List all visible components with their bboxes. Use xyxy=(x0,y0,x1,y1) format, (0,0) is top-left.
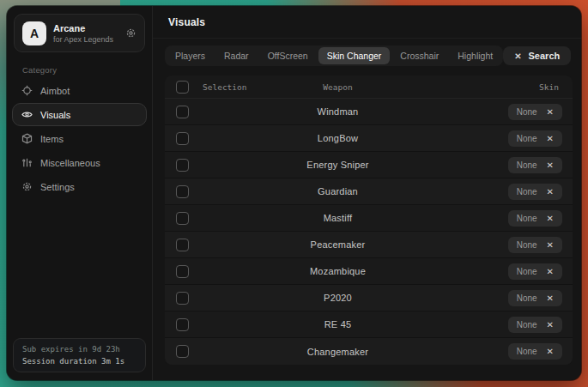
skin-value: None xyxy=(517,347,537,356)
search-button[interactable]: ✕ Search xyxy=(503,46,571,65)
weapon-name: Peacemaker xyxy=(311,239,366,250)
clear-skin-icon[interactable]: ✕ xyxy=(547,214,554,223)
skin-value: None xyxy=(517,320,537,330)
clear-skin-icon[interactable]: ✕ xyxy=(547,134,554,143)
skin-select-chip[interactable]: None ✕ xyxy=(508,290,562,306)
clear-skin-icon[interactable]: ✕ xyxy=(547,187,554,197)
weapon-name: Mozambique xyxy=(310,266,366,276)
desktop-background: A Arcane for Apex Legends Category Aimbo… xyxy=(0,0,588,387)
main-panel: Visuals PlayersRadarOffScreenSkin Change… xyxy=(153,6,581,380)
row-checkbox[interactable] xyxy=(176,159,189,172)
sliders-icon xyxy=(21,157,33,168)
select-all-checkbox[interactable] xyxy=(176,81,189,94)
table-row: Peacemaker None ✕ xyxy=(165,232,573,258)
clear-skin-icon[interactable]: ✕ xyxy=(547,293,554,303)
row-checkbox[interactable] xyxy=(176,106,189,118)
page-title: Visuals xyxy=(168,16,205,28)
gear-icon xyxy=(21,181,33,192)
skin-value: None xyxy=(517,107,537,117)
clear-skin-icon[interactable]: ✕ xyxy=(547,347,554,356)
weapon-name: Windman xyxy=(318,106,359,117)
skin-value: None xyxy=(517,187,537,197)
skin-value: None xyxy=(517,293,537,303)
clear-skin-icon[interactable]: ✕ xyxy=(547,267,554,276)
skin-select-chip[interactable]: None ✕ xyxy=(508,263,562,280)
weapon-name: RE 45 xyxy=(324,319,352,330)
column-header-selection: Selection xyxy=(203,82,246,92)
weapon-name: P2020 xyxy=(324,293,352,303)
row-checkbox[interactable] xyxy=(176,132,189,145)
app-window: A Arcane for Apex Legends Category Aimbo… xyxy=(7,6,581,380)
row-checkbox[interactable] xyxy=(176,265,189,278)
clear-skin-icon[interactable]: ✕ xyxy=(547,240,554,250)
app-header-card: A Arcane for Apex Legends xyxy=(14,14,145,52)
table-row: Windman None ✕ xyxy=(165,99,573,125)
skin-value: None xyxy=(517,240,537,250)
tab-players[interactable]: Players xyxy=(167,47,214,64)
skin-value: None xyxy=(517,160,537,170)
row-checkbox[interactable] xyxy=(176,212,189,225)
skin-select-chip[interactable]: None ✕ xyxy=(508,130,562,147)
weapon-name: Guardian xyxy=(318,186,358,197)
clear-skin-icon[interactable]: ✕ xyxy=(547,107,554,117)
skin-select-chip[interactable]: None ✕ xyxy=(508,157,562,173)
eye-icon xyxy=(21,109,33,120)
row-checkbox[interactable] xyxy=(176,239,189,251)
skin-select-chip[interactable]: None ✕ xyxy=(508,184,562,200)
tab-offscreen[interactable]: OffScreen xyxy=(259,47,317,64)
tab-highlight[interactable]: Highlight xyxy=(449,47,501,64)
gear-icon[interactable] xyxy=(125,27,136,39)
row-checkbox[interactable] xyxy=(176,345,189,358)
sidebar-item-items[interactable]: Items xyxy=(12,127,147,150)
sidebar-nav: Aimbot Visuals Items Miscellaneous Setti… xyxy=(7,79,152,198)
toolbar: PlayersRadarOffScreenSkin ChangerCrossha… xyxy=(165,45,569,66)
session-duration-text: Session duration 3m 1s xyxy=(22,357,136,366)
sidebar-item-miscellaneous[interactable]: Miscellaneous xyxy=(12,151,147,174)
table-row: Mastiff None ✕ xyxy=(165,205,573,232)
tab-radar[interactable]: Radar xyxy=(215,47,258,64)
sidebar-item-label: Visuals xyxy=(40,110,70,120)
table-row: Mozambique None ✕ xyxy=(165,258,573,285)
weapon-name: LongBow xyxy=(318,133,358,143)
skin-value: None xyxy=(517,267,537,276)
tab-bar: PlayersRadarOffScreenSkin ChangerCrossha… xyxy=(165,45,503,66)
skin-select-chip[interactable]: None ✕ xyxy=(508,104,562,120)
table-row: RE 45 None ✕ xyxy=(165,311,573,338)
app-subtitle: for Apex Legends xyxy=(53,35,113,44)
app-title: Arcane xyxy=(53,23,113,33)
crosshair-icon xyxy=(21,85,33,96)
sidebar-item-settings[interactable]: Settings xyxy=(12,175,147,198)
table-row: Changemaker None ✕ xyxy=(165,338,573,365)
clear-skin-icon[interactable]: ✕ xyxy=(547,320,554,330)
table-body: Windman None ✕ LongBow None ✕ Energy Sni… xyxy=(165,99,573,365)
header-mid-cell: Selection Weapon xyxy=(203,82,473,92)
skin-select-chip[interactable]: None ✕ xyxy=(508,210,562,227)
clear-skin-icon[interactable]: ✕ xyxy=(547,160,554,170)
sidebar-item-label: Miscellaneous xyxy=(40,158,100,168)
column-header-weapon: Weapon xyxy=(323,82,352,92)
weapon-name: Energy Sniper xyxy=(306,160,368,170)
table-row: Guardian None ✕ xyxy=(165,178,573,205)
skin-select-chip[interactable]: None ✕ xyxy=(508,343,562,360)
skin-value: None xyxy=(517,134,537,143)
header-checkbox-cell xyxy=(165,81,203,94)
tab-skin-changer[interactable]: Skin Changer xyxy=(318,47,391,64)
row-checkbox[interactable] xyxy=(176,318,189,331)
app-logo: A xyxy=(22,21,46,45)
category-label: Category xyxy=(22,65,152,75)
sidebar-item-aimbot[interactable]: Aimbot xyxy=(12,79,147,102)
sidebar-item-label: Settings xyxy=(40,182,75,192)
skin-select-chip[interactable]: None ✕ xyxy=(508,317,562,333)
app-meta: Arcane for Apex Legends xyxy=(53,23,113,44)
column-header-skin: Skin xyxy=(473,82,573,92)
sidebar-item-visuals[interactable]: Visuals xyxy=(12,103,147,126)
tab-crosshair[interactable]: Crosshair xyxy=(391,47,447,64)
main-titlebar: Visuals xyxy=(153,6,581,39)
row-checkbox[interactable] xyxy=(176,292,189,305)
skin-select-chip[interactable]: None ✕ xyxy=(508,237,562,253)
row-checkbox[interactable] xyxy=(176,185,189,198)
table-row: LongBow None ✕ xyxy=(165,125,573,152)
sub-expires-text: Sub expires in 9d 23h xyxy=(22,345,136,354)
table-row: P2020 None ✕ xyxy=(165,285,573,311)
search-button-label: Search xyxy=(529,51,561,61)
